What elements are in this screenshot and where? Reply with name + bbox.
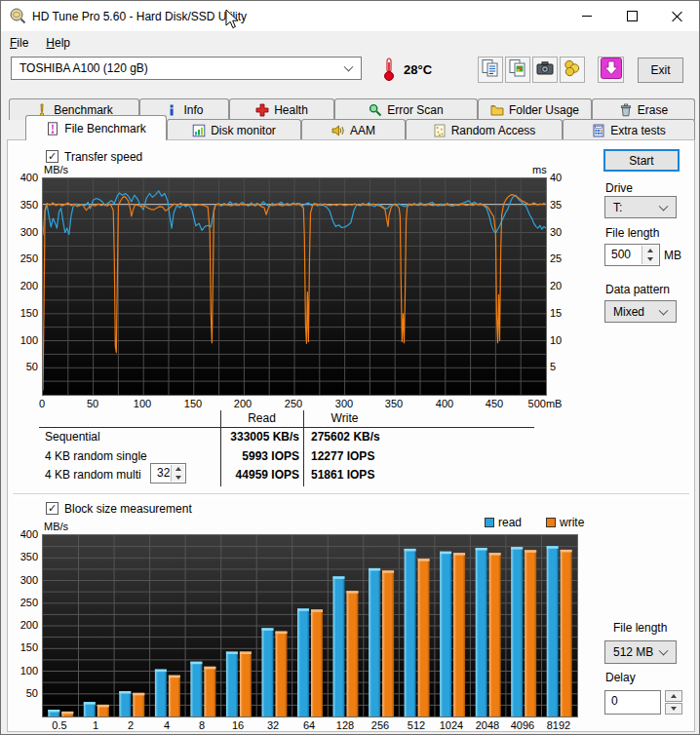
bottom-chart-ytick: 100	[11, 665, 38, 677]
menu-item-file[interactable]: File	[1, 31, 37, 50]
erase-icon	[619, 103, 633, 117]
tab-file-benchmark[interactable]: File Benchmark	[25, 115, 167, 140]
result-write-value: 51861 IOPS	[311, 468, 374, 482]
bottom-chart-xtick: 2	[111, 719, 150, 731]
top-chart-xtick: 500mB	[524, 398, 566, 409]
bottom-chart-ytick: 200	[11, 619, 38, 631]
file-length-spinner[interactable]: 500	[604, 244, 660, 266]
results-header-rule	[39, 427, 534, 428]
delay-input[interactable]: 0	[604, 690, 661, 715]
tab-label: File Benchmark	[64, 122, 145, 135]
tab-aam[interactable]: AAM	[301, 119, 406, 140]
top-chart-ytick-left: 100	[11, 334, 38, 346]
top-chart-ytick-right: 20	[550, 280, 573, 291]
menu-item-help[interactable]: Help	[37, 31, 79, 50]
screenshot-camera-button[interactable]	[532, 57, 558, 83]
top-chart-xtick: 100	[121, 398, 164, 409]
result-read-value: 44959 IOPS	[206, 468, 299, 482]
tab-erase[interactable]: Erase	[592, 98, 695, 120]
chevron-down-icon	[344, 62, 354, 72]
file-length2-value: 512 MB	[613, 645, 653, 659]
bottom-chart-xtick: 1024	[432, 719, 471, 731]
tab-random-access[interactable]: Random Access	[406, 119, 563, 140]
block-size-checkbox[interactable]: ✓	[46, 502, 58, 515]
bottom-chart-xtick: 16	[218, 719, 257, 731]
drive-select-value: TOSHIBA A100 (120 gB)	[19, 61, 148, 75]
file-length2-select[interactable]: 512 MB	[604, 640, 677, 664]
update-download-icon	[601, 58, 622, 83]
top-chart-ytick-right: 30	[550, 226, 573, 238]
bottom-chart-xtick: 64	[290, 719, 329, 731]
bottom-chart-ytick: 350	[11, 551, 38, 562]
transfer-speed-checkbox[interactable]: ✓	[46, 150, 58, 163]
delay-down-button[interactable]	[665, 703, 682, 715]
spin-down-icon[interactable]	[172, 474, 184, 483]
extra-tests-icon	[592, 124, 605, 137]
bottom-chart-ytick: 250	[11, 597, 38, 608]
result-row-label: Sequential	[45, 430, 100, 444]
bottom-chart-xtick: 8192	[539, 719, 578, 731]
bottom-chart-ytick: 50	[11, 687, 38, 699]
tab-folder-usage[interactable]: Folder Usage	[478, 98, 592, 120]
close-button[interactable]	[654, 1, 699, 31]
register-coins-icon	[563, 58, 582, 82]
top-chart-xtick: 0	[20, 398, 63, 409]
delay-value: 0	[611, 694, 618, 708]
copy-image-icon	[508, 58, 527, 82]
top-chart-xtick: 150	[172, 398, 214, 409]
file-length-label: File length	[605, 226, 659, 240]
drive-letter-select[interactable]: T:	[604, 196, 677, 218]
file-length-value: 500	[611, 248, 631, 261]
tab-label: Error Scan	[387, 103, 443, 117]
minimize-button[interactable]	[564, 1, 609, 31]
bottom-chart-xtick: 0.5	[40, 719, 79, 731]
exit-button[interactable]: Exit	[638, 58, 683, 83]
queue-depth-value: 32	[157, 466, 170, 480]
top-chart-ytick-right: 15	[550, 307, 573, 319]
bottom-chart-xtick: 8	[182, 719, 221, 731]
tab-label: Disk monitor	[211, 124, 276, 137]
health-icon	[255, 103, 269, 117]
temperature-button[interactable]	[377, 56, 400, 83]
legend-read-swatch	[485, 518, 494, 527]
data-pattern-select[interactable]: Mixed	[604, 300, 677, 323]
tab-label: Info	[183, 103, 203, 117]
menu-bar: FileHelp	[1, 31, 699, 55]
copy-report-button[interactable]	[478, 57, 503, 83]
maximize-icon	[627, 11, 638, 21]
spin-down-icon[interactable]	[642, 255, 658, 265]
file-length-unit: MB	[664, 249, 681, 262]
bottom-chart-xtick: 2048	[468, 719, 507, 731]
queue-depth-spinner[interactable]: 32	[150, 463, 186, 484]
file-length2-label: File length	[613, 621, 667, 635]
results-col-read: Read	[220, 411, 303, 425]
legend-write-swatch	[546, 518, 556, 527]
maximize-button[interactable]	[609, 1, 654, 31]
file-benchmark-icon	[46, 122, 59, 135]
chevron-down-icon	[659, 201, 669, 211]
tab-extra-tests[interactable]: Extra tests	[563, 119, 695, 140]
copy-image-button[interactable]	[505, 57, 530, 83]
screenshot-camera-icon	[535, 58, 555, 82]
tab-label: Erase	[638, 103, 668, 117]
data-pattern-value: Mixed	[613, 305, 644, 319]
tab-health[interactable]: Health	[229, 98, 334, 120]
update-download-button[interactable]	[598, 57, 624, 83]
spin-up-icon[interactable]	[172, 465, 184, 474]
register-coins-button[interactable]	[560, 57, 585, 83]
bottom-chart-xtick: 4096	[503, 719, 542, 731]
block-size-label: Block size measurement	[64, 502, 192, 516]
top-chart-y-unit-left: MB/s	[44, 164, 68, 175]
delay-up-button[interactable]	[665, 690, 682, 702]
chevron-down-icon	[659, 646, 669, 656]
app-logo-icon	[9, 7, 26, 24]
start-button[interactable]: Start	[603, 149, 680, 172]
drive-select[interactable]: TOSHIBA A100 (120 gB)	[11, 57, 362, 80]
tab-disk-monitor[interactable]: Disk monitor	[167, 119, 301, 140]
random-access-icon	[433, 124, 447, 137]
top-chart-ytick-left: 300	[11, 226, 38, 238]
spin-up-icon[interactable]	[642, 246, 658, 255]
tab-error-scan[interactable]: Error Scan	[334, 98, 478, 120]
top-chart-ytick-left: 150	[11, 307, 38, 319]
top-chart-ytick-left: 400	[11, 172, 38, 183]
